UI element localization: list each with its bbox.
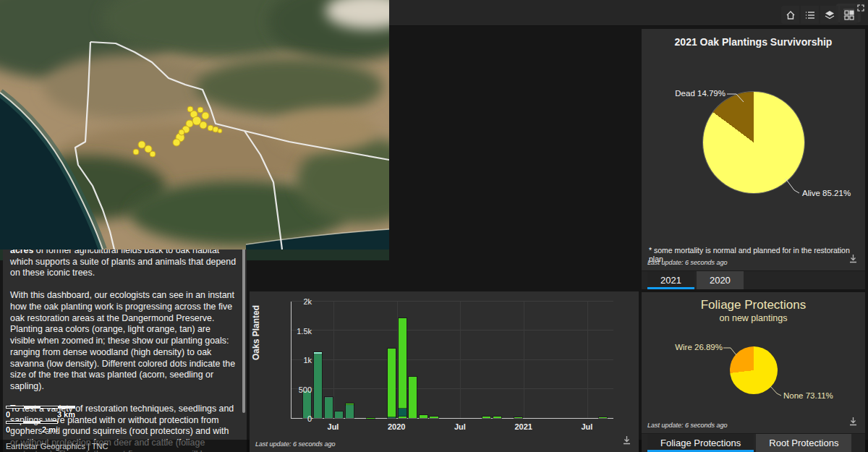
protection-tabbar: Foliage Protections Root Protections (642, 433, 865, 452)
y-tick-label: 500 (283, 385, 312, 394)
gridline (524, 302, 524, 418)
pie-label-wire: Wire 26.89% (647, 343, 723, 351)
y-tick-label: 2k (283, 297, 312, 306)
planting-dot[interactable] (218, 129, 222, 133)
tab-foliage-protections[interactable]: Foliage Protections (647, 434, 754, 452)
tab-2020[interactable]: 2020 (697, 271, 744, 289)
x-tick-label: Jul (311, 422, 354, 431)
planting-dot[interactable] (173, 139, 180, 146)
planting-dot[interactable] (150, 151, 156, 157)
planting-dot[interactable] (133, 149, 139, 155)
bar-2020-10[interactable] (493, 302, 501, 418)
bar-2020-02[interactable] (409, 302, 417, 418)
paragraph: With this dashboard, our ecologists can … (10, 290, 237, 393)
planting-dot[interactable] (187, 106, 193, 112)
bar-chart-plot[interactable] (291, 302, 613, 419)
survivorship-last-update: Last update: 6 seconds ago (647, 259, 728, 266)
planting-dot[interactable] (202, 112, 209, 119)
bar-2019-05[interactable] (314, 302, 322, 418)
x-tick-label: Jul (438, 422, 482, 431)
foliage-title: Foliage Protections (642, 292, 865, 312)
tab-2021[interactable]: 2021 (647, 271, 694, 289)
bar-2020-03[interactable] (420, 302, 427, 418)
foliage-last-update: Last update: 6 seconds ago (647, 422, 728, 429)
bar-2019-08[interactable] (346, 302, 354, 418)
map-panel[interactable]: 03 km 02 mi + − Earthstar Geographics | … (0, 0, 389, 260)
survivorship-title: 2021 Oak Plantings Survivorship (642, 29, 865, 48)
dashboard: The Dangermond Preserve - Oak Restoratio… (0, 0, 868, 452)
tab-root-protections[interactable]: Root Protections (756, 434, 851, 452)
satellite-map[interactable] (0, 0, 389, 250)
bar-2019-10[interactable] (367, 302, 375, 418)
pie-label-none: None 73.11% (783, 391, 833, 400)
x-tick-label: Jul (565, 422, 608, 431)
download-icon[interactable] (622, 435, 631, 448)
pie-label-dead: Dead 14.79% (653, 89, 726, 98)
x-tick-label: 2020 (375, 422, 418, 431)
chart-last-update: Last update: 6 seconds ago (255, 440, 336, 448)
planting-dot[interactable] (197, 107, 203, 113)
y-tick-label: 0 (283, 414, 312, 423)
foliage-pie[interactable] (730, 346, 778, 394)
year-tabbar: 2021 2020 (642, 270, 865, 289)
bar-2020-04[interactable] (430, 302, 438, 418)
download-icon[interactable] (848, 416, 858, 429)
planting-dot[interactable] (138, 141, 145, 148)
download-icon[interactable] (848, 253, 858, 266)
bar-2019-07[interactable] (335, 302, 343, 418)
oaks-planted-chart-panel: Oaks Planted 05001k1.5k2k Jul2020Jul2021… (250, 291, 639, 452)
planting-dot[interactable] (200, 121, 207, 129)
planting-dot[interactable] (179, 129, 184, 135)
y-tick-label: 1k (283, 356, 312, 364)
gridline (460, 302, 461, 418)
bar-2020-01[interactable] (399, 302, 407, 418)
y-axis-title: Oaks Planted (251, 305, 261, 360)
y-tick-label: 1.5k (283, 327, 312, 336)
bar-2020-09[interactable] (482, 302, 490, 418)
bar-2020-12[interactable] (514, 302, 522, 418)
x-tick-label: 2021 (502, 422, 545, 431)
survivorship-pie[interactable] (703, 92, 804, 193)
foliage-subtitle: on new plantings (642, 313, 865, 323)
description-scrollbar[interactable] (242, 231, 245, 413)
gridline (587, 302, 588, 418)
bar-2019-06[interactable] (325, 302, 333, 418)
bar-2021-08[interactable] (599, 302, 607, 418)
pie-label-alive: Alive 85.21% (802, 189, 851, 197)
foliage-panel: Foliage Protections on new plantings Wir… (642, 292, 865, 452)
survivorship-panel: 2021 Oak Plantings Survivorship Dead 14.… (642, 29, 865, 289)
bar-2019-12[interactable] (388, 302, 396, 418)
